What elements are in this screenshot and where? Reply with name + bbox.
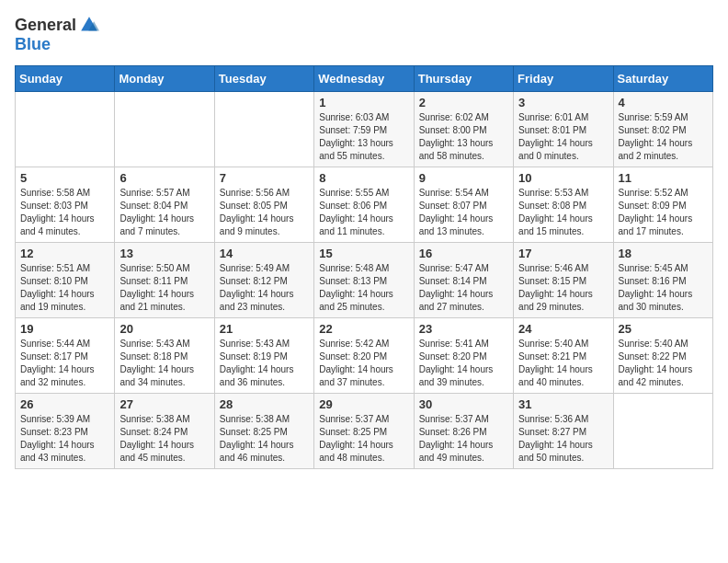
calendar-week-row: 1Sunrise: 6:03 AMSunset: 7:59 PMDaylight… [16, 92, 713, 167]
calendar-day-8: 8Sunrise: 5:55 AMSunset: 8:06 PMDaylight… [314, 167, 414, 243]
day-info: Sunrise: 5:51 AMSunset: 8:10 PMDaylight:… [20, 262, 109, 314]
daylight-hours: Daylight: 14 hours [220, 213, 309, 225]
day-number: 1 [319, 96, 408, 109]
day-number: 20 [119, 322, 209, 336]
sunrise-info: Sunrise: 5:49 AM [220, 262, 309, 275]
daylight-hours: Daylight: 14 hours [119, 439, 209, 452]
day-number: 6 [119, 171, 209, 185]
daylight-hours: Daylight: 14 hours [619, 363, 708, 376]
day-info: Sunrise: 5:46 AMSunset: 8:15 PMDaylight:… [518, 262, 608, 314]
calendar-day-18: 18Sunrise: 5:45 AMSunset: 8:16 PMDayligh… [613, 243, 712, 318]
calendar-week-row: 26Sunrise: 5:39 AMSunset: 8:23 PMDayligh… [16, 394, 713, 469]
daylight-hours: Daylight: 14 hours [419, 439, 508, 452]
calendar-day-30: 30Sunrise: 5:37 AMSunset: 8:26 PMDayligh… [414, 394, 513, 469]
sunset-info: Sunset: 8:17 PM [20, 350, 109, 363]
sunset-info: Sunset: 8:26 PM [419, 426, 508, 439]
daylight-hours: Daylight: 14 hours [419, 288, 508, 301]
sunset-info: Sunset: 8:07 PM [419, 200, 508, 213]
daylight-hours: Daylight: 14 hours [619, 213, 708, 225]
calendar-day-2: 2Sunrise: 6:02 AMSunset: 8:00 PMDaylight… [414, 92, 513, 167]
sunset-info: Sunset: 8:20 PM [419, 350, 508, 363]
daylight-minutes: and 7 minutes. [119, 225, 209, 238]
sunset-info: Sunset: 8:18 PM [119, 350, 209, 363]
daylight-hours: Daylight: 14 hours [518, 363, 608, 376]
calendar-table: SundayMondayTuesdayWednesdayThursdayFrid… [15, 65, 713, 469]
daylight-minutes: and 25 minutes. [319, 301, 408, 314]
calendar-header-friday: Friday [514, 66, 613, 92]
sunrise-info: Sunrise: 6:01 AM [518, 111, 608, 124]
daylight-minutes: and 4 minutes. [20, 225, 109, 238]
daylight-hours: Daylight: 14 hours [319, 288, 408, 301]
sunset-info: Sunset: 8:16 PM [619, 275, 708, 288]
sunrise-info: Sunrise: 5:40 AM [619, 338, 708, 350]
day-number: 3 [518, 96, 608, 109]
sunset-info: Sunset: 8:22 PM [619, 350, 708, 363]
day-number: 12 [20, 247, 109, 260]
calendar-week-row: 5Sunrise: 5:58 AMSunset: 8:03 PMDaylight… [16, 167, 713, 243]
calendar-day-14: 14Sunrise: 5:49 AMSunset: 8:12 PMDayligh… [214, 243, 313, 318]
day-info: Sunrise: 5:42 AMSunset: 8:20 PMDaylight:… [319, 338, 408, 389]
day-info: Sunrise: 5:37 AMSunset: 8:26 PMDaylight:… [419, 413, 508, 465]
daylight-hours: Daylight: 13 hours [319, 137, 408, 150]
sunset-info: Sunset: 8:02 PM [619, 124, 708, 137]
day-info: Sunrise: 5:59 AMSunset: 8:02 PMDaylight:… [619, 111, 708, 163]
daylight-minutes: and 13 minutes. [419, 225, 508, 238]
day-info: Sunrise: 5:57 AMSunset: 8:04 PMDaylight:… [119, 187, 209, 238]
calendar-empty-cell [115, 92, 214, 167]
sunrise-info: Sunrise: 6:02 AM [419, 111, 508, 124]
sunrise-info: Sunrise: 5:58 AM [20, 187, 109, 200]
calendar-day-17: 17Sunrise: 5:46 AMSunset: 8:15 PMDayligh… [514, 243, 613, 318]
sunset-info: Sunset: 8:04 PM [119, 200, 209, 213]
day-number: 31 [518, 397, 608, 411]
daylight-hours: Daylight: 14 hours [319, 213, 408, 225]
sunrise-info: Sunrise: 5:37 AM [419, 413, 508, 426]
daylight-minutes: and 48 minutes. [319, 452, 408, 465]
daylight-minutes: and 55 minutes. [319, 150, 408, 163]
sunrise-info: Sunrise: 5:44 AM [20, 338, 109, 350]
day-info: Sunrise: 5:37 AMSunset: 8:25 PMDaylight:… [319, 413, 408, 465]
day-info: Sunrise: 5:56 AMSunset: 8:05 PMDaylight:… [220, 187, 309, 238]
daylight-minutes: and 50 minutes. [518, 452, 608, 465]
sunrise-info: Sunrise: 5:59 AM [619, 111, 708, 124]
day-info: Sunrise: 5:40 AMSunset: 8:22 PMDaylight:… [619, 338, 708, 389]
daylight-minutes: and 43 minutes. [20, 452, 109, 465]
day-number: 21 [220, 322, 309, 336]
day-info: Sunrise: 5:38 AMSunset: 8:25 PMDaylight:… [220, 413, 309, 465]
calendar-day-4: 4Sunrise: 5:59 AMSunset: 8:02 PMDaylight… [613, 92, 712, 167]
calendar-empty-cell [613, 394, 712, 469]
daylight-hours: Daylight: 14 hours [20, 213, 109, 225]
day-info: Sunrise: 6:02 AMSunset: 8:00 PMDaylight:… [419, 111, 508, 163]
day-info: Sunrise: 5:43 AMSunset: 8:18 PMDaylight:… [119, 338, 209, 389]
daylight-minutes: and 46 minutes. [220, 452, 309, 465]
sunrise-info: Sunrise: 5:37 AM [319, 413, 408, 426]
day-number: 9 [419, 171, 508, 185]
sunset-info: Sunset: 8:21 PM [518, 350, 608, 363]
sunset-info: Sunset: 8:01 PM [518, 124, 608, 137]
daylight-minutes: and 40 minutes. [518, 376, 608, 389]
sunrise-info: Sunrise: 5:53 AM [518, 187, 608, 200]
logo-general: General [15, 16, 76, 35]
sunset-info: Sunset: 8:00 PM [419, 124, 508, 137]
day-number: 29 [319, 397, 408, 411]
sunrise-info: Sunrise: 5:50 AM [119, 262, 209, 275]
daylight-hours: Daylight: 14 hours [220, 288, 309, 301]
calendar-day-29: 29Sunrise: 5:37 AMSunset: 8:25 PMDayligh… [314, 394, 414, 469]
daylight-hours: Daylight: 14 hours [119, 213, 209, 225]
daylight-minutes: and 42 minutes. [619, 376, 708, 389]
sunrise-info: Sunrise: 5:48 AM [319, 262, 408, 275]
sunrise-info: Sunrise: 5:38 AM [119, 413, 209, 426]
calendar-day-6: 6Sunrise: 5:57 AMSunset: 8:04 PMDaylight… [115, 167, 214, 243]
sunset-info: Sunset: 8:12 PM [220, 275, 309, 288]
day-info: Sunrise: 5:53 AMSunset: 8:08 PMDaylight:… [518, 187, 608, 238]
calendar-week-row: 12Sunrise: 5:51 AMSunset: 8:10 PMDayligh… [16, 243, 713, 318]
daylight-minutes: and 23 minutes. [220, 301, 309, 314]
daylight-hours: Daylight: 14 hours [20, 439, 109, 452]
sunrise-info: Sunrise: 5:56 AM [220, 187, 309, 200]
calendar-day-27: 27Sunrise: 5:38 AMSunset: 8:24 PMDayligh… [115, 394, 214, 469]
day-info: Sunrise: 5:36 AMSunset: 8:27 PMDaylight:… [518, 413, 608, 465]
daylight-hours: Daylight: 14 hours [220, 363, 309, 376]
sunset-info: Sunset: 8:09 PM [619, 200, 708, 213]
day-info: Sunrise: 5:47 AMSunset: 8:14 PMDaylight:… [419, 262, 508, 314]
daylight-minutes: and 30 minutes. [619, 301, 708, 314]
daylight-hours: Daylight: 13 hours [419, 137, 508, 150]
